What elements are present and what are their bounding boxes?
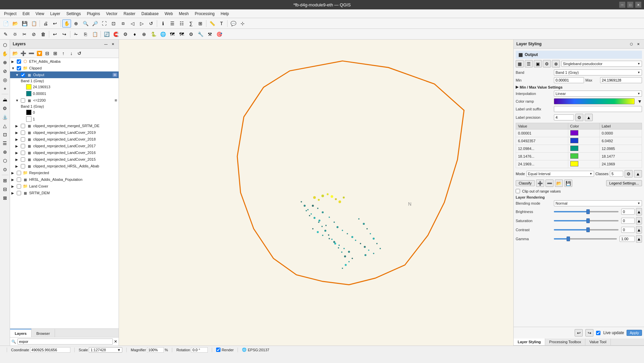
table-row[interactable]: 24.1969... 24.1969 [516,160,642,168]
lt2200-options[interactable]: ⊞ [115,99,117,102]
gamma-slider[interactable] [554,236,617,242]
digitize7[interactable]: ♦ [130,30,139,38]
table-row[interactable]: 12.0984... 12.0985 [516,145,642,153]
max-input[interactable] [600,77,642,83]
blending-dropdown[interactable]: Normal ▼ [554,200,642,206]
search-clear-button[interactable]: ✕ [114,339,117,344]
table-row[interactable]: 18.1476... 18.1477 [516,153,642,160]
layers-minimize[interactable]: — [103,41,109,47]
classes-up[interactable]: ▲ [634,170,642,177]
expand-srtm[interactable]: ▶ [15,124,19,128]
pan-button[interactable]: ✋ [62,19,71,28]
zoom-prev-button[interactable]: ◁ [128,19,137,28]
attribute-table-button[interactable]: ∑ [187,19,195,28]
layer-lc2017[interactable]: ▶ ▦ clipped_reprojected_LandCover_2017 [10,143,119,149]
layer-lc2018[interactable]: ▶ ▦ clipped_reprojected_LandCover_2018 [10,136,119,143]
edit3[interactable]: ✂ [20,30,29,38]
rp-tab-styling[interactable]: Layer Styling [514,339,545,345]
brightness-thumb[interactable] [586,209,590,214]
digitize6[interactable]: ⚙ [121,30,130,38]
rp-tab-value[interactable]: Value Tool [585,339,610,345]
contrast-up[interactable]: ▲ [636,226,642,234]
renderer-dropdown[interactable]: Singleband pseudocolor ▼ [561,61,642,67]
digitize10[interactable]: 🌐 [158,30,167,38]
left-tb-12[interactable]: ☰ [1,139,9,147]
collapse-all-button[interactable]: ⊟ [44,50,51,57]
saturation-input[interactable] [621,218,635,224]
layer-hrsl[interactable]: ▶ ▦ clipped_reprojected_HRSL_Addis_Abab [10,163,119,169]
layer-lc2016[interactable]: ▶ ▦ clipped_reprojected_LandCover_2016 [10,149,119,156]
expand-lc2017[interactable]: ▶ [15,144,19,148]
layer-item-eth-addis[interactable]: ▶ ⬡ ETH_Addis_Ababa [10,58,119,65]
add-class-button[interactable]: ➕ [536,179,544,187]
layer-checkbox-eth-addis[interactable] [17,59,21,64]
expand-lc2018[interactable]: ▶ [15,138,19,141]
cb-land-cover[interactable] [17,184,21,189]
window-controls[interactable]: ─ □ ✕ [619,2,641,8]
digitize8[interactable]: ⊕ [140,30,148,38]
menu-project[interactable]: Project [1,11,19,17]
expand-hrsl[interactable]: ▶ [15,164,19,168]
layer-srtm-dem[interactable]: ▶ ▦ SRTM_DEM [10,190,119,196]
new-project-button[interactable]: 📄 [1,19,10,28]
menu-database[interactable]: Database [139,11,161,17]
contrast-thumb[interactable] [586,227,590,232]
rp-float-button[interactable]: ⬡ [628,41,634,47]
tab-browser[interactable]: Browser [31,329,55,337]
expand-output[interactable]: ▼ [15,73,19,77]
minmax-section-header[interactable]: ▶ Min / Max Value Settings [516,85,642,89]
load-class-button[interactable]: 📂 [555,179,563,187]
classes-input[interactable] [610,171,623,177]
redo-style-button[interactable]: ↪ [585,329,593,336]
save-as-button[interactable]: 📋 [29,19,38,28]
cb-lc2016[interactable] [21,151,25,155]
save-project-button[interactable]: 💾 [20,19,29,28]
deselect-button[interactable]: ☷ [177,19,186,28]
cell-color-5[interactable] [568,160,599,168]
copy-feature[interactable]: ⎘ [81,30,90,38]
contrast-slider[interactable] [554,227,619,232]
brightness-slider[interactable] [554,209,619,214]
refresh-button[interactable]: ↺ [147,19,155,28]
cb-srtm-dem[interactable] [17,191,21,195]
cell-color-1[interactable] [568,129,599,137]
brightness-up[interactable]: ▲ [636,208,642,215]
maximize-button[interactable]: □ [627,2,633,8]
crs-item[interactable]: 🌐 EPSG:20137 [242,348,269,352]
left-tb-17[interactable]: ⊟ [1,185,9,193]
map-canvas[interactable]: N [119,40,513,346]
expand-srtm-dem[interactable]: ▶ [11,191,15,195]
band-dropdown[interactable]: Band 1 (Gray) ▼ [554,69,642,75]
left-tb-15[interactable]: ⊙ [1,165,9,173]
table-row[interactable]: 0.00001 0.0000 [516,129,642,137]
layer-lc2019[interactable]: ▶ ▦ clipped_reprojected_LandCover_2019 [10,129,119,136]
brightness-input[interactable] [621,209,635,215]
layer-land-cover[interactable]: ▶ 📁 Land Cover [10,183,119,190]
precision-up[interactable]: ▲ [585,114,593,121]
menu-web[interactable]: Web [162,11,175,17]
cb-lc2019[interactable] [21,131,25,135]
layer-search-input[interactable] [17,339,113,345]
left-tb-10[interactable]: △ [1,122,9,130]
zoom-next-button[interactable]: ▷ [137,19,146,28]
digitize16[interactable]: 🎯 [215,30,223,38]
left-tb-11[interactable]: ⊡ [1,131,9,139]
zoom-in-button[interactable]: 🔍 [81,19,90,28]
renderer-icon-2[interactable]: ☰ [525,60,533,67]
min-input[interactable] [554,77,584,83]
renderer-icon-1[interactable]: ▦ [516,60,524,67]
menu-processing[interactable]: Processing [192,11,217,17]
saturation-up[interactable]: ▲ [636,217,642,224]
select-button[interactable]: ☰ [168,19,177,28]
digitize9[interactable]: 🐍 [149,30,158,38]
undo-edit[interactable]: ↩ [51,30,59,38]
layer-down-button[interactable]: ↓ [68,50,75,57]
layer-checkbox-clipped[interactable] [17,66,21,70]
output-options-button[interactable]: ⊞ [113,73,117,77]
layer-up-button[interactable]: ↑ [60,50,67,57]
mode-dropdown[interactable]: Equal Interval ▼ [526,171,594,177]
layer-reprojected[interactable]: ▶ 📁 Reprojected [10,169,119,176]
renderer-icon-5[interactable]: ⊕ [552,60,560,67]
expand-reprojected[interactable]: ▶ [11,171,15,175]
color-ramp-swatch[interactable] [554,98,635,104]
